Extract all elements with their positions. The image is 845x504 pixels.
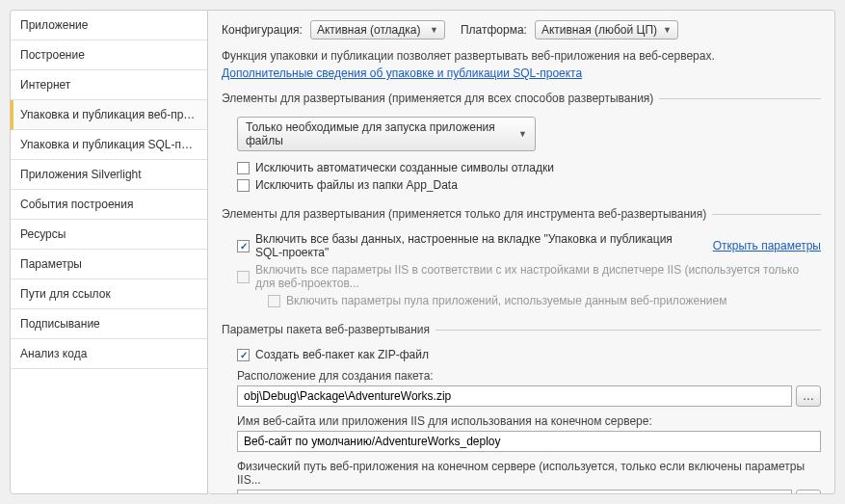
intro-text: Функция упаковки и публикации позволяет … bbox=[222, 49, 821, 63]
config-value: Активная (отладка) bbox=[317, 23, 421, 37]
group-deploy-all: Элементы для развертывания (применяется … bbox=[222, 92, 821, 196]
deploy-items-select[interactable]: Только необходимые для запуска приложени… bbox=[237, 117, 536, 151]
include-databases-checkbox[interactable] bbox=[237, 240, 250, 252]
create-zip-checkbox[interactable] bbox=[237, 349, 250, 361]
platform-label: Платформа: bbox=[461, 23, 527, 37]
include-databases-label: Включить все базы данных, настроенные на… bbox=[255, 232, 701, 259]
sidebar-item-resources[interactable]: Ресурсы bbox=[11, 220, 207, 250]
iis-site-input[interactable] bbox=[237, 431, 821, 452]
sidebar-item-signing[interactable]: Подписывание bbox=[11, 309, 207, 339]
group-deploy-webtool-legend: Элементы для развертывания (применяется … bbox=[222, 207, 712, 221]
include-iis-label: Включить все параметры IIS в соответстви… bbox=[255, 263, 821, 290]
sidebar-item-package-sql[interactable]: Упаковка и публикация SQL-проекта bbox=[11, 130, 207, 160]
group-deploy-webtool: Элементы для развертывания (применяется … bbox=[222, 207, 821, 311]
create-zip-label: Создать веб-пакет как ZIP-файл bbox=[255, 348, 429, 361]
package-location-label: Расположение для создания пакета: bbox=[237, 369, 821, 383]
sidebar-item-reference-paths[interactable]: Пути для ссылок bbox=[11, 279, 207, 309]
platform-value: Активная (любой ЦП) bbox=[541, 23, 657, 37]
exclude-appdata-label: Исключить файлы из папки App_Data bbox=[255, 178, 458, 192]
group-package-params-legend: Параметры пакета веб-развертывания bbox=[222, 323, 436, 336]
sidebar-item-code-analysis[interactable]: Анализ кода bbox=[11, 339, 207, 369]
include-iis-checkbox bbox=[237, 271, 250, 283]
sidebar-item-web[interactable]: Интернет bbox=[11, 70, 207, 100]
config-label: Конфигурация: bbox=[222, 23, 303, 37]
sidebar-item-package-web[interactable]: Упаковка и публикация веб-проекта* bbox=[11, 100, 207, 130]
physical-path-label: Физический путь веб-приложения на конечн… bbox=[237, 460, 821, 487]
exclude-symbols-label: Исключить автоматически созданные символ… bbox=[255, 161, 554, 174]
sidebar-item-build[interactable]: Построение bbox=[11, 40, 207, 70]
deploy-items-value: Только необходимые для запуска приложени… bbox=[246, 120, 513, 147]
group-package-params: Параметры пакета веб-развертывания Созда… bbox=[222, 323, 821, 494]
physical-path-input[interactable] bbox=[237, 490, 792, 494]
platform-dropdown[interactable]: Активная (любой ЦП) ▼ bbox=[535, 20, 678, 40]
exclude-symbols-checkbox[interactable] bbox=[237, 162, 250, 174]
chevron-down-icon: ▼ bbox=[663, 25, 672, 35]
learn-more-link[interactable]: Дополнительные сведения об упаковке и пу… bbox=[222, 66, 582, 80]
iis-site-label: Имя веб-сайта или приложения IIS для исп… bbox=[237, 414, 821, 428]
sidebar-item-settings[interactable]: Параметры bbox=[11, 250, 207, 279]
browse-physical-button[interactable]: … bbox=[796, 490, 821, 494]
main-panel: Конфигурация: Активная (отладка) ▼ Платф… bbox=[208, 10, 835, 494]
chevron-down-icon: ▼ bbox=[430, 25, 438, 35]
exclude-appdata-checkbox[interactable] bbox=[237, 179, 250, 192]
config-dropdown[interactable]: Активная (отладка) ▼ bbox=[310, 20, 445, 40]
package-location-input[interactable] bbox=[237, 385, 792, 407]
sidebar: Приложение Построение Интернет Упаковка … bbox=[10, 10, 208, 494]
sidebar-item-silverlight[interactable]: Приложения Silverlight bbox=[11, 160, 207, 190]
sidebar-item-app[interactable]: Приложение bbox=[11, 11, 207, 40]
browse-location-button[interactable]: … bbox=[796, 385, 821, 407]
chevron-down-icon: ▼ bbox=[518, 129, 527, 139]
open-parameters-link[interactable]: Открыть параметры bbox=[713, 239, 821, 252]
include-apppool-label: Включить параметры пула приложений, испо… bbox=[286, 294, 726, 307]
group-deploy-all-legend: Элементы для развертывания (применяется … bbox=[222, 92, 659, 105]
sidebar-item-build-events[interactable]: События построения bbox=[11, 190, 207, 220]
include-apppool-checkbox bbox=[268, 295, 280, 307]
